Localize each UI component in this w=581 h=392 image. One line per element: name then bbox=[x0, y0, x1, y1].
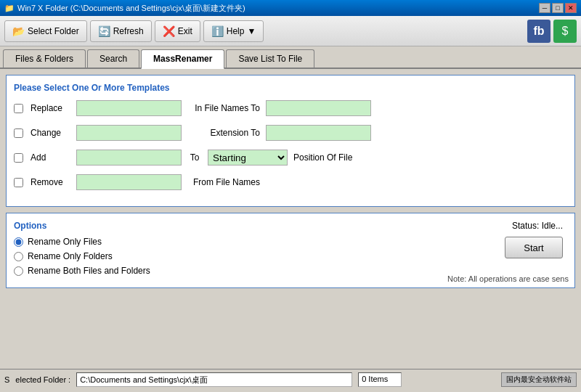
exit-button[interactable]: ❌ Exit bbox=[155, 20, 200, 42]
replace-checkbox[interactable] bbox=[14, 104, 23, 113]
title-bar-left: 📁 Win7 X Folder (C:\Documents and Settin… bbox=[4, 3, 245, 14]
remove-row: Remove From File Names bbox=[14, 174, 567, 190]
folder-icon: 📂 bbox=[12, 25, 25, 37]
add-input[interactable] bbox=[76, 150, 182, 166]
facebook-button[interactable]: fb bbox=[527, 20, 550, 43]
status-bar-path: C:\Documents and Settings\cjx\桌面 bbox=[76, 372, 352, 387]
templates-title: Please Select One Or More Templates bbox=[14, 83, 567, 93]
tab-search[interactable]: Search bbox=[87, 49, 139, 68]
minimize-button[interactable]: ─ bbox=[539, 3, 550, 13]
remove-input[interactable] bbox=[76, 174, 182, 190]
add-row: Add To Starting Ending Before After Posi… bbox=[14, 150, 567, 166]
rename-files-label: Rename Only Files bbox=[28, 237, 102, 247]
status-value: Idle... bbox=[542, 221, 563, 231]
status-label: Status: bbox=[512, 221, 539, 231]
tab-mass-renamer[interactable]: MassRenamer bbox=[141, 49, 224, 69]
donate-button[interactable]: $ bbox=[553, 20, 577, 43]
start-button[interactable]: Start bbox=[505, 237, 563, 258]
replace-input[interactable] bbox=[76, 100, 182, 116]
refresh-icon: 🔄 bbox=[98, 25, 110, 37]
select-folder-button[interactable]: 📂 Select Folder bbox=[4, 20, 87, 42]
tab-bar: Files & Folders Search MassRenamer Save … bbox=[0, 46, 581, 69]
options-title: Options bbox=[14, 221, 567, 231]
templates-section: Please Select One Or More Templates Repl… bbox=[6, 75, 575, 207]
change-label: Change bbox=[31, 128, 70, 138]
maximize-button[interactable]: □ bbox=[552, 3, 564, 13]
status-bar-security: 国内最安全动软件站 bbox=[501, 372, 577, 387]
remove-checkbox[interactable] bbox=[14, 178, 23, 187]
status-bar-count: 0 Items bbox=[358, 372, 402, 387]
replace-row: Replace In File Names To bbox=[14, 100, 567, 116]
remove-from-label: From File Names bbox=[193, 177, 260, 187]
note-text: Note: All operations are case sens bbox=[447, 274, 569, 283]
rename-folders-row: Rename Only Folders bbox=[14, 251, 567, 261]
selected-folder-text: elected Folder : bbox=[15, 375, 70, 384]
main-content: Please Select One Or More Templates Repl… bbox=[0, 69, 581, 369]
status-bar: S elected Folder : C:\Documents and Sett… bbox=[0, 369, 581, 389]
add-checkbox[interactable] bbox=[14, 153, 23, 163]
position-dropdown[interactable]: Starting Ending Before After bbox=[208, 150, 288, 166]
replace-label: Replace bbox=[31, 103, 70, 113]
rename-both-radio[interactable] bbox=[14, 266, 23, 276]
change-mid-label: Extension To bbox=[187, 128, 260, 138]
selected-folder-label: S bbox=[4, 375, 9, 384]
options-section: Options Rename Only Files Rename Only Fo… bbox=[6, 213, 575, 288]
refresh-button[interactable]: 🔄 Refresh bbox=[90, 20, 152, 42]
replace-mid-label: In File Names To bbox=[187, 103, 260, 113]
tab-save-list[interactable]: Save List To File bbox=[226, 49, 314, 68]
info-icon: ℹ️ bbox=[211, 25, 224, 37]
close-button[interactable]: ✕ bbox=[565, 3, 577, 13]
change-input[interactable] bbox=[76, 125, 182, 141]
status-text: Status: Idle... bbox=[512, 221, 563, 231]
add-to-label: To bbox=[187, 152, 202, 163]
toolbar: 📂 Select Folder 🔄 Refresh ❌ Exit ℹ️ Help… bbox=[0, 16, 581, 46]
rename-folders-radio[interactable] bbox=[14, 252, 23, 261]
rename-files-radio[interactable] bbox=[14, 237, 23, 247]
rename-both-label: Rename Both Files and Folders bbox=[28, 266, 150, 276]
title-bar: 📁 Win7 X Folder (C:\Documents and Settin… bbox=[0, 0, 581, 16]
rename-folders-label: Rename Only Folders bbox=[28, 251, 113, 261]
title-text: Win7 X Folder (C:\Documents and Settings… bbox=[17, 3, 245, 14]
add-label: Add bbox=[31, 152, 70, 163]
status-start-area: Status: Idle... Start bbox=[505, 221, 563, 258]
tab-files-folders[interactable]: Files & Folders bbox=[3, 49, 86, 68]
change-to-input[interactable] bbox=[266, 125, 371, 141]
rename-files-row: Rename Only Files bbox=[14, 237, 567, 247]
title-icon: 📁 bbox=[4, 4, 15, 13]
change-row: Change Extension To bbox=[14, 125, 567, 141]
change-checkbox[interactable] bbox=[14, 128, 23, 138]
title-bar-controls: ─ □ ✕ bbox=[539, 3, 577, 13]
exit-icon: ❌ bbox=[163, 25, 175, 37]
help-dropdown-arrow: ▼ bbox=[247, 26, 256, 36]
remove-label: Remove bbox=[31, 177, 70, 187]
replace-to-input[interactable] bbox=[266, 100, 371, 116]
help-button[interactable]: ℹ️ Help ▼ bbox=[203, 20, 264, 42]
position-label: Position Of File bbox=[293, 152, 352, 163]
